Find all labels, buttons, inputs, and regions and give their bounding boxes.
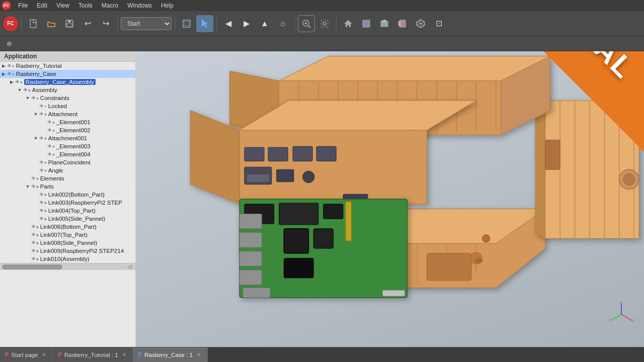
tree-item-element003[interactable]: 👁 ● _Element003 <box>0 142 135 150</box>
tree-item-locked[interactable]: 👁 ● Locked <box>0 102 135 110</box>
sidebar-scrollbar[interactable]: ◁ <box>0 263 135 270</box>
tree-icons: 👁 ● <box>31 248 39 253</box>
tree-arrow[interactable] <box>32 191 39 198</box>
tree-arrow[interactable] <box>40 143 47 150</box>
tab-case-close[interactable]: ✕ <box>195 351 202 358</box>
tree-arrow[interactable] <box>32 215 39 222</box>
tree-item-rasberry-case[interactable]: ▶ 👁 ● Rasberry_Case <box>0 70 135 78</box>
nav-back-btn[interactable]: ◀ <box>220 15 237 32</box>
tree-item-parts[interactable]: ▼ 👁 ● Parts <box>0 183 135 191</box>
tree-item-link003[interactable]: 👁 ● Link003(RaspberryPi2 STEP <box>0 199 135 207</box>
nav-home-btn[interactable]: ⌂ <box>274 15 291 32</box>
menu-help[interactable]: Help <box>157 1 178 10</box>
tree-arrow[interactable]: ▶ <box>8 78 15 85</box>
sep6 <box>336 17 337 31</box>
tree-arrow[interactable] <box>32 167 39 174</box>
tree-arrow[interactable] <box>40 151 47 158</box>
tree-arrow[interactable]: ▼ <box>32 111 39 118</box>
tab-start-close[interactable]: ✕ <box>40 351 47 358</box>
menu-windows[interactable]: Windows <box>123 1 156 10</box>
view-axo-btn[interactable] <box>412 15 429 32</box>
tree-item-link005[interactable]: 👁 ● Link005(Side_Pannel) <box>0 215 135 223</box>
select-btn[interactable] <box>196 15 213 32</box>
tab-start-page[interactable]: F Start page ✕ <box>0 347 53 362</box>
open-file-btn[interactable] <box>43 15 60 32</box>
tree-item-link004[interactable]: 👁 ● Link004(Top_Part) <box>0 207 135 215</box>
tree-arrow[interactable] <box>24 255 31 262</box>
tree-item-link008[interactable]: 👁 ● Link008(Side_Pannel) <box>0 239 135 247</box>
nav-fwd-btn[interactable]: ▶ <box>238 15 255 32</box>
tree-item-angle[interactable]: 👁 ● Angle <box>0 166 135 174</box>
tree-arrow[interactable] <box>24 223 31 230</box>
tab-tutorial[interactable]: F Rasberry_Tutorial : 1 ✕ <box>53 347 133 362</box>
tree-item-constraints[interactable]: ▼ 👁 ● Constraints <box>0 94 135 102</box>
tree-item-link006[interactable]: 👁 ● Link006(Bottom_Part) <box>0 223 135 231</box>
tree-item-link007[interactable]: 👁 ● Link007(Top_Part) <box>0 231 135 239</box>
tree-arrow[interactable] <box>40 127 47 134</box>
tree-item-element001[interactable]: 👁 ● _Element001 <box>0 118 135 126</box>
tree-arrow[interactable] <box>32 199 39 206</box>
tree-item-link009[interactable]: 👁 ● Link009(RaspberryPi2 STEP214 <box>0 247 135 255</box>
svg-rect-58 <box>293 146 312 161</box>
tree-arrow[interactable]: ▼ <box>24 183 31 190</box>
tree-item-rasberry-case-assembly[interactable]: ▶ 👁 ● Rasberry_Case_Assembly <box>0 78 135 86</box>
view-clipping-btn[interactable]: ⊡ <box>430 15 447 32</box>
tree-arrow[interactable]: ▶ <box>0 62 7 69</box>
redo-btn[interactable]: ↪ <box>97 15 114 32</box>
canvas-area[interactable]: TUTORIAL X Y Z <box>136 51 644 347</box>
sep1 <box>21 17 22 31</box>
tree-item-element002[interactable]: 👁 ● _Element002 <box>0 126 135 134</box>
tree-arrow[interactable] <box>24 175 31 182</box>
tree-arrow[interactable] <box>40 119 47 126</box>
view-front-btn[interactable] <box>358 15 375 32</box>
app-logo-btn[interactable]: FC <box>3 16 18 31</box>
tab-case[interactable]: F Rasberry_Case : 1 ✕ <box>133 347 208 362</box>
sep2 <box>117 17 118 31</box>
view-top-btn[interactable] <box>376 15 393 32</box>
view-right-btn[interactable] <box>394 15 411 32</box>
undo-btn[interactable]: ↩ <box>79 15 96 32</box>
workbench-selector[interactable]: Start Assembly Part Design <box>121 17 172 30</box>
tree-arrow[interactable] <box>32 103 39 110</box>
tree-item-link010[interactable]: 👁 ● Link010(Assembly) <box>0 255 135 263</box>
svg-point-63 <box>303 171 315 183</box>
menu-file[interactable]: File <box>14 1 32 10</box>
zoom-box-btn[interactable] <box>316 15 333 32</box>
svg-line-79 <box>621 314 632 321</box>
tree-arrow[interactable] <box>24 247 31 254</box>
scroll-thumb[interactable] <box>2 264 62 269</box>
tree-arrow[interactable]: ▼ <box>24 95 31 102</box>
tree-item-attachment[interactable]: ▼ 👁 ● Attachment <box>0 110 135 118</box>
tree-arrow[interactable] <box>32 159 39 166</box>
tree-arrow[interactable]: ▼ <box>32 135 39 142</box>
view-home-btn[interactable] <box>340 15 357 32</box>
tree-arrow[interactable]: ▶ <box>0 70 7 77</box>
tree-arrow[interactable]: ▼ <box>16 86 23 94</box>
menu-macro[interactable]: Macro <box>98 1 122 10</box>
zoom-fit-btn[interactable] <box>298 15 315 32</box>
menu-tools[interactable]: Tools <box>74 1 97 10</box>
tab-tutorial-close[interactable]: ✕ <box>121 351 128 358</box>
tree-item-rasberry-tutorial[interactable]: ▶ 👁 ● Rasberry_Tutorial <box>0 62 135 70</box>
tree-icons: 👁 ● <box>39 112 47 117</box>
menu-view[interactable]: View <box>52 1 73 10</box>
magnet-btn[interactable]: ⊕ <box>3 38 15 50</box>
tree-arrow[interactable] <box>32 207 39 214</box>
tree-item-attachment001[interactable]: ▼ 👁 ● Attachment001 <box>0 134 135 142</box>
tree-arrow[interactable] <box>24 231 31 238</box>
new-file-btn[interactable] <box>25 15 42 32</box>
menu-edit[interactable]: Edit <box>33 1 51 10</box>
tree-item-planecoincident[interactable]: 👁 ● PlaneCoincident <box>0 158 135 166</box>
view-box-btn[interactable] <box>178 15 195 32</box>
eye-icon: 👁 <box>31 232 36 237</box>
svg-rect-76 <box>313 229 333 248</box>
nav-up-btn[interactable]: ▲ <box>256 15 273 32</box>
tree-item-link002[interactable]: 👁 ● Link002(Bottom_Part) <box>0 191 135 199</box>
tree-item-elements[interactable]: 👁 ● Elements <box>0 174 135 183</box>
tree-arrow[interactable] <box>24 239 31 246</box>
tree-item-assembly[interactable]: ▼ 👁 ● Assembly <box>0 86 135 94</box>
eye-icon: 👁 <box>39 208 44 213</box>
tree-item-element004[interactable]: 👁 ● _Element004 <box>0 150 135 158</box>
type-icon: ● <box>52 128 55 133</box>
save-btn[interactable] <box>61 15 78 32</box>
